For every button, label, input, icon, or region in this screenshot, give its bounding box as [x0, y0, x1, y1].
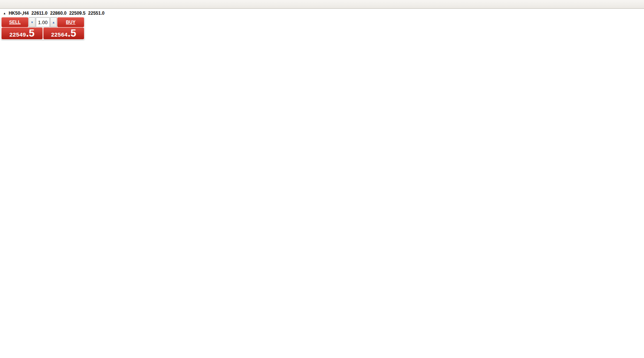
- one-click-trading-panel: SELL ▼ 1.00 ▲ BUY 22549.5 22564.5: [1, 17, 84, 40]
- volume-increase-button[interactable]: ▲: [50, 17, 57, 27]
- volume-decrease-button[interactable]: ▼: [29, 17, 35, 27]
- volume-input[interactable]: 1.00: [36, 17, 50, 27]
- buy-button[interactable]: BUY: [57, 17, 84, 27]
- sell-price-frac: .5: [26, 28, 35, 38]
- sell-price-int: 22549: [9, 31, 26, 38]
- chart-labels-overlay: [0, 0, 644, 358]
- chart-symbol-period: HK50-,H4: [9, 11, 29, 16]
- ohlc-open: 22611.0: [31, 11, 48, 16]
- ohlc-close: 22551.0: [88, 11, 104, 16]
- buy-price-int: 22564: [51, 31, 67, 38]
- sell-price[interactable]: 22549.5: [2, 28, 43, 39]
- sell-button[interactable]: SELL: [2, 17, 28, 27]
- collapse-triangle-icon[interactable]: ▲: [3, 12, 6, 15]
- ohlc-high: 22860.0: [50, 11, 66, 16]
- main-toolbar: [0, 0, 644, 9]
- ohlc-low: 22509.5: [69, 11, 85, 16]
- buy-price[interactable]: 22564.5: [43, 28, 84, 39]
- mt4-terminal: ▲ HK50-,H4 22611.0 22860.0 22509.5 22551…: [0, 0, 644, 358]
- chart-title: ▲ HK50-,H4 22611.0 22860.0 22509.5 22551…: [3, 11, 104, 16]
- buy-price-frac: .5: [68, 28, 77, 38]
